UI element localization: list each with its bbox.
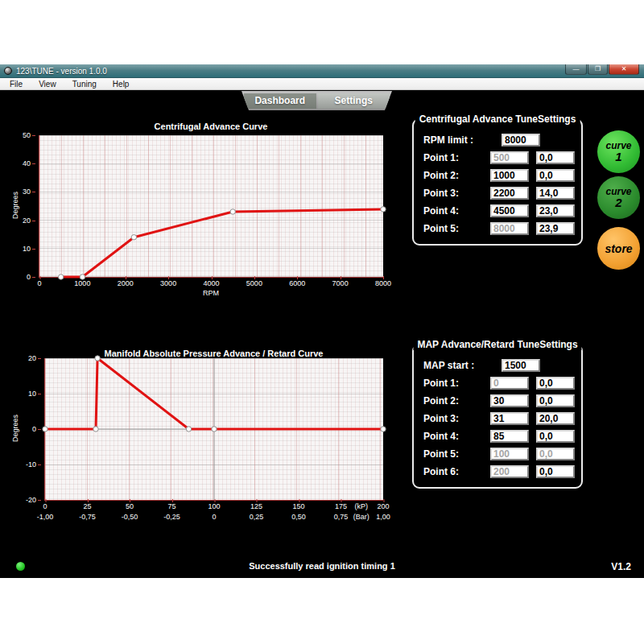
map-settings-panel: MAP Advance/Retard TuneSettings MAP star… (412, 344, 583, 489)
setting-input[interactable] (536, 169, 575, 182)
curve-point-marker[interactable] (230, 209, 235, 214)
setting-input (490, 448, 529, 460)
app-window: 123\TUNE - version 1.0.0 — ❐ ✕ FileViewT… (0, 64, 644, 579)
title-bar[interactable]: 123\TUNE - version 1.0.0 — ❐ ✕ (0, 64, 644, 78)
setting-label: RPM limit : (423, 134, 494, 146)
x-tick-label: 7000 (332, 279, 349, 287)
setting-row: Point 4: (423, 427, 575, 445)
curve-point-marker[interactable] (131, 235, 136, 240)
setting-input[interactable] (490, 430, 529, 443)
x-tick-label: 4000 (203, 279, 219, 287)
setting-input (490, 465, 529, 478)
setting-row: Point 5: (423, 220, 575, 237)
x-tick-label: 75 (167, 502, 175, 510)
y-tick-label: -20 (26, 496, 36, 504)
x-tick-label: 0 (212, 513, 216, 521)
curve-1-button[interactable]: curve 1 (597, 130, 640, 173)
setting-input[interactable] (536, 377, 575, 390)
setting-input[interactable] (490, 187, 529, 200)
menu-file[interactable]: File (2, 80, 31, 89)
curve-point-marker[interactable] (381, 427, 386, 431)
y-tick-label: 50 (23, 131, 31, 139)
close-button[interactable]: ✕ (609, 64, 639, 75)
curve-point-marker[interactable] (212, 427, 217, 431)
setting-label: Point 4: (423, 431, 483, 442)
menu-view[interactable]: View (31, 80, 64, 89)
setting-label: Point 2: (423, 170, 483, 181)
setting-row: Point 1: (423, 149, 575, 167)
menu-tuning[interactable]: Tuning (64, 80, 105, 89)
y-tick-label: 10 (23, 245, 31, 253)
x-tick-label: 0 (43, 502, 47, 510)
x-tick-label: 25 (83, 502, 91, 510)
y-tick-label: 40 (23, 159, 31, 167)
x-tick-label: 150 (292, 502, 304, 510)
setting-input (490, 151, 529, 164)
x-tick-label: -0,25 (163, 513, 180, 521)
setting-input[interactable] (490, 412, 529, 425)
x-tick-label: 5000 (246, 279, 262, 287)
curve-point-marker[interactable] (186, 427, 191, 431)
setting-input[interactable] (536, 412, 575, 425)
setting-row: Point 3: (423, 184, 575, 202)
x-tick-label: 6000 (289, 279, 305, 287)
y-tick-label: -10 (26, 460, 36, 469)
main-content: Dashboard Settings Centrifugal Advance C… (0, 90, 644, 578)
minimize-button[interactable]: — (565, 64, 587, 75)
setting-label: Point 4: (423, 205, 483, 217)
tab-dashboard[interactable]: Dashboard (244, 93, 316, 109)
y-axis-title: Degrees (11, 192, 19, 219)
setting-input[interactable] (490, 204, 529, 217)
curve-point-marker[interactable] (381, 207, 386, 212)
y-tick-label: 10 (28, 390, 36, 398)
setting-input[interactable] (536, 204, 575, 217)
advance-curve-line (61, 209, 383, 277)
x-tick-label: 100 (208, 502, 220, 510)
x-axis-unit-label: (Bar) (353, 513, 369, 521)
setting-input[interactable] (536, 430, 575, 443)
x-tick-label: 0,50 (291, 513, 306, 521)
setting-input (536, 448, 575, 460)
x-tick-label: 3000 (160, 279, 176, 287)
curve-point-marker[interactable] (95, 356, 100, 361)
centrifugal-settings-panel: Centrifugal Advance TuneSettings RPM lim… (412, 118, 583, 246)
setting-input[interactable] (536, 187, 575, 200)
curve-point-marker[interactable] (59, 275, 64, 279)
x-axis-ticks: 0255075100125150175(kP)200-1,00-0,75-0,5… (45, 502, 383, 525)
map-advance-retard-plot[interactable]: 20100-10-20 0255075100125150175(kP)200-1… (44, 358, 383, 501)
version-label: V1.2 (611, 561, 631, 572)
setting-row: Point 4: (423, 202, 575, 220)
status-message: Successfully read ignition timing 1 (0, 561, 644, 571)
x-tick-label: -1,00 (37, 513, 54, 521)
setting-input[interactable] (536, 151, 575, 164)
setting-input[interactable] (490, 169, 529, 182)
store-button[interactable]: store (597, 227, 640, 270)
x-tick-label: 50 (126, 502, 134, 510)
setting-input[interactable] (536, 222, 575, 235)
setting-row: Point 5: (423, 445, 575, 463)
curve-2-button[interactable]: curve 2 (597, 176, 640, 219)
menu-bar: FileViewTuningHelp (0, 78, 644, 90)
curve-point-marker[interactable] (43, 427, 47, 431)
setting-input[interactable] (536, 394, 575, 407)
curve-1-number: 1 (615, 151, 621, 163)
x-tick-label: 0 (37, 279, 41, 287)
x-tick-label: 1,00 (376, 513, 390, 521)
x-tick-label: 200 (377, 502, 389, 510)
maximize-button[interactable]: ❐ (588, 64, 608, 75)
setting-input[interactable] (502, 134, 540, 147)
setting-label: Point 3: (423, 413, 483, 424)
setting-input[interactable] (490, 394, 529, 407)
curve-svg (39, 135, 383, 277)
setting-input[interactable] (536, 465, 575, 478)
centrifugal-advance-plot[interactable]: 01020304050 0100020003000400050006000700… (39, 135, 383, 278)
tab-settings[interactable]: Settings (318, 93, 390, 109)
curve-point-marker[interactable] (80, 275, 85, 279)
x-tick-label: -0,75 (79, 513, 96, 521)
y-tick-label: 20 (23, 217, 31, 225)
x-tick-label: 0,25 (250, 513, 264, 521)
menu-help[interactable]: Help (105, 80, 138, 89)
curve-point-marker[interactable] (93, 427, 98, 431)
tab-strip: Dashboard Settings (242, 91, 392, 110)
setting-input[interactable] (502, 359, 540, 372)
